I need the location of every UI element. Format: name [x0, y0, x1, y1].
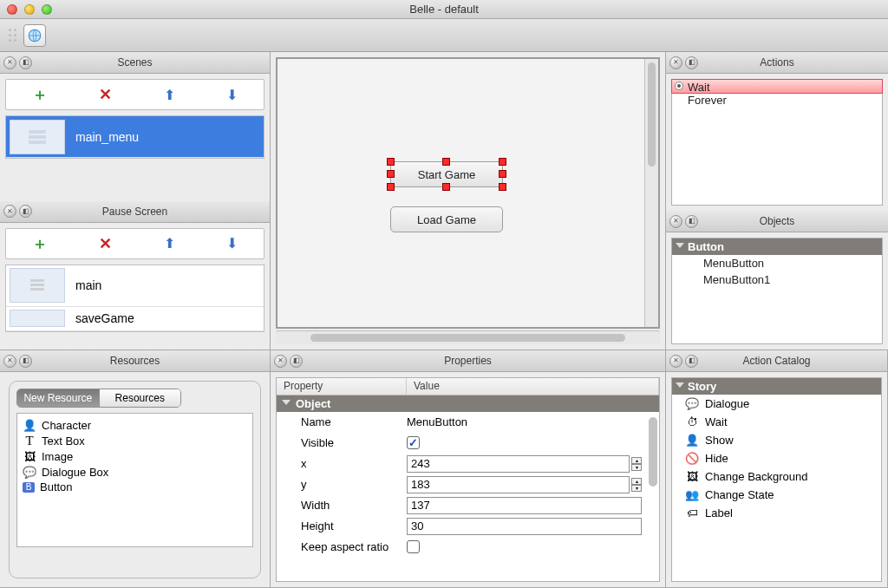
move-scene-up-button[interactable]: ⬆	[164, 87, 175, 103]
action-label: Forever	[688, 94, 727, 107]
move-pause-scene-up-button[interactable]: ⬆	[164, 235, 175, 252]
action-label: Wait	[688, 81, 710, 94]
resize-handle-icon[interactable]	[442, 183, 450, 191]
disclosure-icon[interactable]	[676, 243, 684, 248]
objects-panel-title: Objects	[666, 215, 888, 227]
svg-rect-4	[30, 279, 44, 282]
disclosure-icon[interactable]	[282, 400, 291, 405]
keep-aspect-checkbox[interactable]: ✓	[407, 540, 420, 553]
tab-new-resource[interactable]: New Resource	[17, 389, 100, 407]
property-row-visible: Visible ✓	[277, 433, 659, 454]
property-col-header: Property	[277, 378, 407, 395]
image-icon: 🖼	[23, 449, 36, 463]
scene-label: main	[69, 278, 101, 292]
visible-checkbox[interactable]: ✓	[407, 436, 420, 449]
height-input[interactable]	[407, 518, 642, 535]
catalog-item-wait[interactable]: ⏱Wait	[672, 413, 881, 431]
canvas-vertical-scrollbar[interactable]	[644, 59, 658, 327]
resources-panel-header: ✕ ◧ Resources	[0, 350, 270, 372]
properties-panel-title: Properties	[271, 355, 665, 367]
scene-label: main_menu	[69, 130, 139, 144]
object-group-header[interactable]: Button	[672, 238, 882, 255]
property-value-name[interactable]: MenuButton	[407, 415, 467, 428]
label-icon: 🏷	[684, 506, 700, 521]
properties-scrollbar[interactable]	[649, 417, 657, 576]
width-input[interactable]	[407, 497, 642, 514]
canvas-horizontal-scrollbar[interactable]	[276, 330, 660, 344]
resize-handle-icon[interactable]	[499, 158, 506, 166]
svg-rect-5	[30, 284, 44, 286]
remove-pause-scene-button[interactable]: ✕	[99, 234, 112, 253]
add-pause-scene-button[interactable]: ＋	[32, 233, 48, 254]
action-row[interactable]: Wait	[671, 79, 883, 94]
textbox-icon: T	[23, 434, 36, 448]
scene-row[interactable]: main	[6, 265, 264, 307]
scene-thumbnail	[10, 310, 65, 327]
canvas-object-start-game[interactable]: Start Game	[390, 161, 503, 187]
resource-item-dialoguebox[interactable]: 💬Dialogue Box	[23, 464, 247, 480]
tab-resources[interactable]: Resources	[100, 389, 181, 407]
resize-handle-icon[interactable]	[387, 158, 395, 166]
spinner-icon[interactable]: ▴▾	[631, 478, 642, 492]
action-catalog-tree[interactable]: Story 💬Dialogue ⏱Wait 👤Show 🚫Hide 🖼Chang…	[671, 377, 882, 582]
catalog-item-hide[interactable]: 🚫Hide	[672, 449, 881, 467]
pause-scenes-list[interactable]: main saveGame	[5, 265, 264, 332]
pause-panel-header: ✕ ◧ Pause Screen	[0, 201, 270, 223]
spinner-icon[interactable]: ▴▾	[631, 457, 642, 471]
resource-item-character[interactable]: 👤Character	[23, 417, 247, 433]
property-row-height: Height	[277, 516, 659, 537]
scenes-list[interactable]: main_menu	[5, 115, 264, 159]
resize-handle-icon[interactable]	[499, 183, 506, 191]
resource-item-textbox[interactable]: TText Box	[23, 433, 247, 448]
resource-type-list[interactable]: 👤Character TText Box 🖼Image 💬Dialogue Bo…	[16, 413, 253, 547]
remove-scene-button[interactable]: ✕	[99, 85, 112, 104]
catalog-item-label[interactable]: 🏷Label	[672, 504, 881, 522]
resource-item-button[interactable]: BButton	[23, 480, 247, 494]
resize-handle-icon[interactable]	[442, 158, 450, 166]
objects-panel-header: ✕ ◧ Objects	[666, 211, 888, 232]
scene-thumbnail	[10, 120, 65, 154]
canvas-object-load-game[interactable]: Load Game	[390, 206, 503, 232]
object-item[interactable]: MenuButton1	[672, 271, 882, 288]
actions-list[interactable]: Wait Forever	[671, 79, 883, 206]
x-input[interactable]	[407, 455, 630, 473]
scenes-panel-title: Scenes	[0, 56, 270, 69]
property-row-x: x ▴▾	[277, 454, 659, 474]
catalog-item-change-background[interactable]: 🖼Change Background	[672, 467, 881, 486]
move-scene-down-button[interactable]: ⬇	[226, 87, 238, 103]
objects-tree[interactable]: Button MenuButton MenuButton1	[671, 238, 883, 344]
scene-thumbnail	[10, 268, 65, 303]
canvas-button-label: Start Game	[418, 168, 475, 181]
property-row-y: y ▴▾	[277, 474, 659, 495]
add-scene-button[interactable]: ＋	[32, 84, 48, 105]
radio-icon[interactable]	[675, 82, 683, 90]
svg-rect-3	[29, 140, 46, 144]
properties-section-object[interactable]: Object	[277, 395, 659, 412]
scene-canvas[interactable]: Start Game Load Game	[276, 57, 660, 329]
button-icon: B	[23, 482, 35, 493]
y-input[interactable]	[407, 476, 630, 493]
catalog-item-dialogue[interactable]: 💬Dialogue	[672, 395, 881, 413]
catalog-item-change-state[interactable]: 👥Change State	[672, 486, 881, 504]
state-icon: 👥	[684, 487, 700, 503]
catalog-item-show[interactable]: 👤Show	[672, 431, 881, 449]
catalog-section-story[interactable]: Story	[672, 378, 881, 395]
scene-label: saveGame	[69, 311, 134, 325]
resize-handle-icon[interactable]	[499, 170, 506, 178]
object-item[interactable]: MenuButton	[672, 255, 882, 271]
run-preview-button[interactable]	[23, 24, 46, 47]
scene-row[interactable]: main_menu	[6, 116, 264, 158]
svg-rect-6	[30, 288, 44, 291]
resize-handle-icon[interactable]	[387, 170, 395, 178]
action-row[interactable]: Forever	[672, 93, 882, 108]
move-pause-scene-down-button[interactable]: ⬇	[226, 235, 238, 252]
property-row-width: Width	[277, 495, 659, 516]
pause-panel-title: Pause Screen	[0, 206, 270, 218]
scenes-toolbar: ＋ ✕ ⬆ ⬇	[5, 79, 264, 110]
disclosure-icon[interactable]	[676, 382, 684, 388]
resource-item-image[interactable]: 🖼Image	[23, 448, 247, 464]
action-catalog-panel-title: Action Catalog	[666, 355, 887, 367]
window-title: Belle - default	[0, 3, 888, 16]
resize-handle-icon[interactable]	[387, 183, 395, 191]
scene-row[interactable]: saveGame	[6, 307, 264, 331]
